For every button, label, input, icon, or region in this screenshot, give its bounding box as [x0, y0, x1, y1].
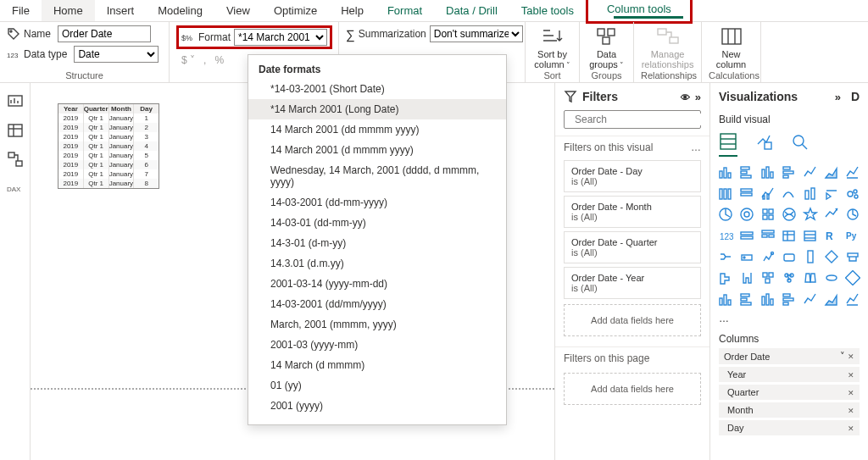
format-option[interactable]: 2001 (yyyy) — [248, 396, 506, 416]
viz-type-icon[interactable] — [823, 248, 840, 265]
viz-type-icon[interactable] — [802, 227, 819, 244]
format-option[interactable]: 14 March 2001 (d mmmm yyyy) — [248, 140, 506, 160]
viz-type-icon[interactable] — [802, 185, 819, 202]
name-input[interactable] — [58, 25, 151, 42]
format-option[interactable]: 2001-03-14 (yyyy-mm-dd) — [248, 274, 506, 294]
viz-type-icon[interactable] — [738, 269, 755, 286]
filter-card[interactable]: Order Date - Monthis (All) — [564, 196, 701, 228]
filters-visual-more[interactable] — [691, 141, 701, 153]
viz-type-icon[interactable] — [802, 206, 819, 223]
viz-type-icon[interactable] — [781, 185, 798, 202]
viz-type-icon[interactable] — [738, 163, 755, 180]
viz-type-icon[interactable] — [717, 291, 734, 308]
viz-type-icon[interactable] — [717, 185, 734, 202]
datatype-select[interactable]: Date — [74, 46, 159, 63]
viz-type-icon[interactable] — [717, 163, 734, 180]
filters-collapse-icon[interactable] — [695, 90, 701, 103]
viz-type-icon[interactable] — [844, 269, 861, 286]
viz-type-icon[interactable] — [760, 269, 776, 286]
format-option[interactable]: Wednesday, 14 March, 2001 (dddd, d mmmm,… — [248, 160, 506, 192]
viz-type-icon[interactable] — [760, 291, 776, 308]
tab-file[interactable]: File — [0, 0, 42, 21]
viz-type-icon[interactable] — [844, 291, 861, 308]
viz-type-icon[interactable] — [717, 248, 734, 265]
matrix-visual[interactable]: Year Quarter Month Day 2019Qtr 1January1… — [58, 103, 159, 189]
filters-search[interactable] — [564, 110, 701, 129]
viz-type-icon[interactable] — [802, 163, 819, 180]
filter-card[interactable]: Order Date - Dayis (All) — [564, 160, 701, 192]
tab-insert[interactable]: Insert — [95, 0, 147, 21]
col-day[interactable]: Day — [134, 104, 159, 114]
viz-type-icon[interactable] — [781, 291, 798, 308]
viz-type-icon[interactable] — [738, 185, 755, 202]
format-option[interactable]: 14.3.01 (d.m.yy) — [248, 253, 506, 274]
format-option[interactable]: 14-3-01 (d-m-yy) — [248, 233, 506, 253]
col-quarter[interactable]: Quarter — [84, 104, 109, 114]
tab-data-drill[interactable]: Data / Drill — [434, 0, 509, 21]
table-row[interactable]: 2019Qtr 1January3 — [58, 132, 159, 141]
format-option[interactable]: March, 2001 (mmmm, yyyy) — [248, 314, 506, 335]
filters-search-input[interactable] — [575, 114, 702, 125]
percent-button[interactable]: % — [214, 54, 224, 66]
format-option[interactable]: 01 (yy) — [248, 375, 506, 396]
viz-type-icon[interactable] — [802, 248, 819, 265]
analytics-mode-icon[interactable] — [790, 132, 809, 157]
viz-gallery-more[interactable] — [710, 309, 868, 328]
viz-type-icon[interactable] — [781, 163, 798, 180]
data-pane-label[interactable]: D — [851, 90, 860, 103]
format-mode-icon[interactable] — [754, 132, 773, 157]
table-row[interactable]: 2019Qtr 1January5 — [58, 151, 159, 160]
field-chip[interactable]: Year — [719, 367, 860, 382]
format-option[interactable]: 2001-03 (yyyy-mm) — [248, 335, 506, 355]
table-row[interactable]: 2019Qtr 1January1 — [58, 114, 159, 123]
viz-type-icon[interactable] — [738, 206, 755, 223]
field-chip[interactable]: Order Date˅ — [719, 348, 860, 364]
table-row[interactable]: 2019Qtr 1January4 — [58, 141, 159, 151]
viz-type-icon[interactable] — [844, 206, 861, 223]
viz-type-icon[interactable]: Py — [844, 227, 861, 244]
format-option[interactable]: *14-03-2001 (Short Date) — [248, 79, 506, 99]
format-option[interactable]: 14-03-01 (dd-mm-yy) — [248, 213, 506, 233]
format-option[interactable]: 14-03-2001 (dd-mm-yyyy) — [248, 192, 506, 213]
filters-add-visual[interactable]: Add data fields here — [564, 304, 701, 336]
viz-type-icon[interactable] — [844, 163, 861, 180]
viz-type-icon[interactable] — [781, 248, 798, 265]
viz-type-icon[interactable] — [760, 227, 776, 244]
format-option[interactable]: *14 March 2001 (Long Date) — [248, 99, 506, 119]
tab-table-tools[interactable]: Table tools — [509, 0, 586, 21]
table-view-icon[interactable] — [7, 122, 24, 139]
viz-type-icon[interactable] — [823, 206, 840, 223]
format-select[interactable]: *14 March 2001 (Lon — [234, 29, 327, 46]
format-option[interactable]: 14 March (d mmmm) — [248, 355, 506, 375]
tab-optimize[interactable]: Optimize — [262, 0, 329, 21]
filter-card[interactable]: Order Date - Quarteris (All) — [564, 231, 701, 263]
viz-type-icon[interactable] — [802, 291, 819, 308]
tab-modeling[interactable]: Modeling — [146, 0, 214, 21]
viz-type-icon[interactable] — [781, 227, 798, 244]
tab-home[interactable]: Home — [42, 0, 95, 21]
summarization-select[interactable]: Don't summarize — [430, 25, 523, 42]
build-mode-icon[interactable] — [719, 132, 737, 157]
currency-button[interactable]: $ ˅ — [181, 54, 195, 66]
viz-type-icon[interactable] — [781, 269, 798, 286]
model-view-icon[interactable] — [7, 151, 24, 168]
field-chip[interactable]: Month — [719, 402, 860, 418]
viz-type-icon[interactable] — [844, 248, 861, 265]
viz-type-icon[interactable] — [760, 206, 776, 223]
viz-collapse-icon[interactable] — [835, 90, 841, 103]
viz-type-icon[interactable] — [738, 291, 755, 308]
viz-type-icon[interactable] — [823, 163, 840, 180]
table-row[interactable]: 2019Qtr 1January6 — [58, 160, 159, 169]
viz-type-icon[interactable] — [760, 248, 776, 265]
viz-type-icon[interactable] — [760, 185, 776, 202]
new-column-button[interactable]: New column — [716, 49, 746, 69]
tab-view[interactable]: View — [214, 0, 262, 21]
col-year[interactable]: Year — [58, 104, 84, 114]
viz-type-icon[interactable] — [823, 185, 840, 202]
viz-type-icon[interactable] — [760, 163, 776, 180]
filters-add-page[interactable]: Add data fields here — [564, 373, 701, 405]
data-groups-button[interactable]: Data groups — [589, 49, 624, 70]
viz-type-icon[interactable] — [781, 206, 798, 223]
viz-type-icon[interactable]: 123 — [717, 227, 734, 244]
table-row[interactable]: 2019Qtr 1January7 — [58, 169, 159, 179]
